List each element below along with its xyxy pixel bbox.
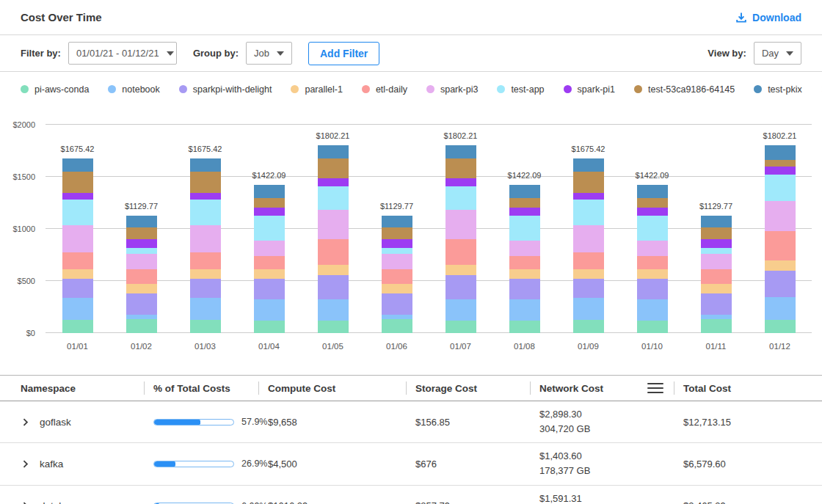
bar-segment-pi-aws-conda[interactable] (190, 320, 221, 333)
bar-segment-etl-daily[interactable] (445, 239, 476, 266)
bar-segment-sparkpi-with-delight[interactable] (126, 293, 157, 315)
bar-segment-notebook[interactable] (190, 298, 221, 319)
bar-segment-spark-pi1[interactable] (126, 239, 157, 248)
legend-item-test-app[interactable]: test-app (497, 84, 544, 95)
bar-segment-test-53ca9186-64145[interactable] (509, 198, 540, 208)
bar-segment-pi-aws-conda[interactable] (382, 319, 412, 333)
bar-segment-spark-pi1[interactable] (573, 193, 604, 200)
bar-segment-sparkpi-with-delight[interactable] (765, 271, 796, 297)
bar-segment-test-pkix[interactable] (573, 158, 604, 172)
bar-segment-spark-pi3[interactable] (573, 225, 604, 252)
bar-segment-sparkpi-with-delight[interactable] (701, 293, 732, 315)
column-header-total-cost[interactable]: Total Cost (674, 376, 822, 401)
bar-segment-parallel-1[interactable] (701, 284, 732, 293)
chevron-right-icon[interactable] (21, 501, 30, 504)
stacked-bar-01/03[interactable] (190, 158, 221, 333)
bar-segment-sparkpi-with-delight[interactable] (382, 293, 412, 315)
bar-segment-parallel-1[interactable] (62, 269, 93, 280)
bar-segment-spark-pi3[interactable] (701, 254, 732, 269)
bar-segment-test-53ca9186-64145[interactable] (62, 172, 93, 193)
bar-segment-spark-pi1[interactable] (318, 178, 349, 186)
bar-segment-parallel-1[interactable] (254, 269, 285, 279)
column-menu-icon[interactable] (647, 381, 663, 395)
bar-segment-pi-aws-conda[interactable] (445, 321, 476, 333)
chevron-right-icon[interactable] (21, 417, 30, 427)
bar-segment-test-53ca9186-64145[interactable] (254, 198, 285, 208)
bar-segment-spark-pi3[interactable] (445, 210, 476, 238)
bar-segment-test-pkix[interactable] (445, 145, 476, 158)
bar-segment-etl-daily[interactable] (190, 252, 221, 269)
stacked-bar-01/02[interactable] (126, 216, 157, 333)
download-button[interactable]: Download (735, 12, 801, 23)
bar-segment-test-pkix[interactable] (62, 158, 93, 172)
bar-segment-spark-pi3[interactable] (382, 254, 412, 269)
bar-segment-test-53ca9186-64145[interactable] (382, 227, 412, 239)
bar-segment-etl-daily[interactable] (254, 256, 285, 269)
column-header-percent-of-total-costs[interactable]: % of Total Costs (144, 376, 258, 401)
bar-segment-test-app[interactable] (573, 200, 604, 225)
bar-segment-parallel-1[interactable] (190, 269, 221, 280)
bar-segment-test-app[interactable] (254, 216, 285, 240)
bar-segment-etl-daily[interactable] (509, 256, 540, 269)
column-header-namespace[interactable]: Namespace (0, 376, 144, 401)
bar-segment-sparkpi-with-delight[interactable] (190, 279, 221, 298)
bar-segment-spark-pi3[interactable] (637, 241, 668, 257)
view-by-dropdown[interactable]: Day (754, 42, 801, 65)
bar-segment-pi-aws-conda[interactable] (62, 320, 93, 333)
bar-segment-spark-pi3[interactable] (765, 201, 796, 231)
bar-segment-spark-pi1[interactable] (701, 239, 732, 248)
bar-segment-test-app[interactable] (765, 175, 796, 201)
bar-segment-spark-pi1[interactable] (637, 208, 668, 216)
bar-segment-test-53ca9186-64145[interactable] (318, 158, 349, 178)
bar-segment-notebook[interactable] (62, 298, 93, 319)
stacked-bar-01/11[interactable] (701, 216, 732, 333)
legend-item-sparkpi-with-delight[interactable]: sparkpi-with-delight (179, 84, 272, 95)
bar-segment-test-53ca9186-64145[interactable] (637, 198, 668, 208)
bar-segment-spark-pi1[interactable] (509, 208, 540, 216)
legend-item-parallel-1[interactable]: parallel-1 (291, 84, 342, 95)
legend-item-test-53ca9186-64145[interactable]: test-53ca9186-64145 (634, 84, 735, 95)
bar-segment-spark-pi1[interactable] (765, 167, 796, 175)
bar-segment-notebook[interactable] (318, 299, 349, 321)
bar-segment-test-pkix[interactable] (509, 185, 540, 198)
bar-segment-test-pkix[interactable] (382, 216, 412, 227)
bar-segment-test-app[interactable] (701, 248, 732, 254)
bar-segment-pi-aws-conda[interactable] (318, 321, 349, 333)
stacked-bar-01/12[interactable] (765, 145, 796, 333)
bar-segment-sparkpi-with-delight[interactable] (62, 279, 93, 298)
bar-segment-parallel-1[interactable] (573, 269, 604, 280)
bar-segment-etl-daily[interactable] (637, 256, 668, 269)
stacked-bar-01/04[interactable] (254, 185, 285, 333)
bar-segment-parallel-1[interactable] (509, 269, 540, 279)
bar-segment-sparkpi-with-delight[interactable] (573, 279, 604, 298)
bar-segment-etl-daily[interactable] (318, 239, 349, 266)
bar-segment-test-pkix[interactable] (254, 185, 285, 198)
legend-item-pi-aws-conda[interactable]: pi-aws-conda (21, 84, 89, 95)
bar-segment-spark-pi1[interactable] (382, 239, 412, 248)
bar-segment-test-53ca9186-64145[interactable] (573, 172, 604, 193)
bar-segment-pi-aws-conda[interactable] (126, 319, 157, 333)
add-filter-button[interactable]: Add Filter (308, 42, 379, 65)
bar-segment-spark-pi1[interactable] (254, 208, 285, 216)
stacked-bar-01/08[interactable] (509, 185, 540, 333)
bar-segment-test-53ca9186-64145[interactable] (445, 158, 476, 178)
column-header-network-cost[interactable]: Network Cost (530, 376, 674, 401)
bar-segment-pi-aws-conda[interactable] (254, 321, 285, 333)
bar-segment-spark-pi3[interactable] (318, 210, 349, 238)
bar-segment-test-app[interactable] (382, 248, 412, 254)
bar-segment-sparkpi-with-delight[interactable] (445, 275, 476, 300)
bar-segment-test-app[interactable] (637, 216, 668, 240)
bar-segment-spark-pi3[interactable] (62, 225, 93, 252)
bar-segment-notebook[interactable] (765, 297, 796, 320)
bar-segment-test-pkix[interactable] (190, 158, 221, 172)
bar-segment-pi-aws-conda[interactable] (573, 320, 604, 333)
column-header-compute-cost[interactable]: Compute Cost (258, 376, 406, 401)
chevron-right-icon[interactable] (21, 459, 30, 469)
bar-segment-spark-pi3[interactable] (190, 225, 221, 252)
stacked-bar-01/01[interactable] (62, 158, 93, 333)
bar-segment-spark-pi3[interactable] (254, 241, 285, 257)
date-range-dropdown[interactable]: 01/01/21 - 01/12/21 (68, 42, 177, 65)
bar-segment-notebook[interactable] (254, 299, 285, 321)
bar-segment-etl-daily[interactable] (126, 269, 157, 284)
bar-segment-sparkpi-with-delight[interactable] (254, 279, 285, 299)
